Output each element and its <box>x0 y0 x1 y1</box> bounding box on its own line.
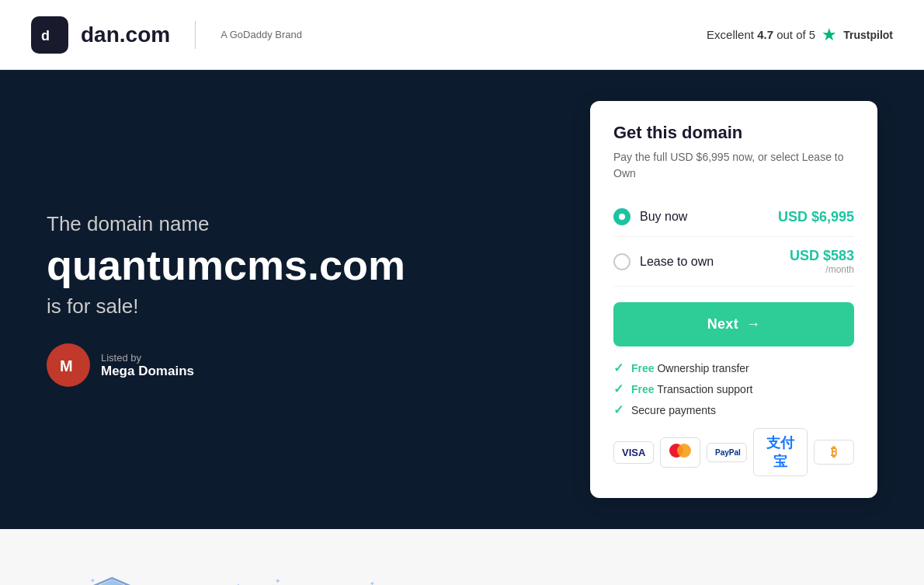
svg-text:M: M <box>60 357 73 374</box>
lister-name: Mega Domains <box>101 364 194 379</box>
feature-fast-easy: ✦ ✦ ✦ Fast & easytransfers <box>224 568 294 585</box>
logo-divider <box>195 21 196 49</box>
buy-now-option[interactable]: Buy now USD $6,995 <box>613 197 854 237</box>
benefits-list: ✓ Free Ownership transfer ✓ Free Transac… <box>613 360 854 417</box>
logo-area: d dan.com A GoDaddy Brand <box>31 16 302 54</box>
lease-label: Lease to own <box>640 255 714 269</box>
check-icon-3: ✓ <box>613 402 624 417</box>
benefit-transaction: ✓ Free Transaction support <box>613 381 854 396</box>
buy-now-left: Buy now <box>613 208 687 225</box>
benefit-secure: ✓ Secure payments <box>613 402 854 417</box>
mastercard-icon <box>660 437 700 468</box>
svg-point-5 <box>677 444 691 458</box>
features-section: ✦ ✦ ✦ Buyer Protectionprogram ✦ <box>0 529 924 585</box>
lease-price: USD $583 <box>790 248 854 264</box>
next-label: Next <box>707 316 738 333</box>
lease-radio[interactable] <box>613 253 630 270</box>
dan-logo-text: dan.com <box>81 23 170 47</box>
creditcard-icon-wrap: ✦ ✦ <box>356 568 426 585</box>
payment-icons-row: VISA PayPal 支付宝 ₿ <box>613 428 854 476</box>
purchase-card: Get this domain Pay the full USD $6,995 … <box>590 101 877 498</box>
lister-label: Listed by <box>101 352 194 364</box>
lease-period: /month <box>790 264 854 275</box>
visa-icon: VISA <box>613 441 654 464</box>
paypal-icon: PayPal <box>707 443 747 462</box>
next-button[interactable]: Next → <box>613 302 854 346</box>
site-header: d dan.com A GoDaddy Brand Excellent 4.7 … <box>0 0 924 70</box>
check-icon-2: ✓ <box>613 381 624 396</box>
hero-content: The domain name quantumcms.com is for sa… <box>47 212 559 387</box>
lease-price-wrap: USD $583 /month <box>790 248 854 275</box>
trustpilot-rating: Excellent 4.7 out of 5 <box>707 28 815 41</box>
benefit-ownership: ✓ Free Ownership transfer <box>613 360 854 375</box>
plane-icon-wrap: ✦ ✦ ✦ <box>224 568 294 585</box>
lister-info: Listed by Mega Domains <box>101 352 194 379</box>
lease-left: Lease to own <box>613 253 714 270</box>
svg-text:✦: ✦ <box>370 580 375 585</box>
benefit1-free: Free Ownership transfer <box>631 362 749 374</box>
shield-icon-wrap: ✦ ✦ ✦ <box>77 568 147 585</box>
card-title: Get this domain <box>613 123 854 143</box>
trustpilot-brand: Trustpilot <box>843 29 893 41</box>
buy-now-price: USD $6,995 <box>778 209 854 225</box>
hero-domain: quantumcms.com <box>47 242 559 288</box>
alipay-icon: 支付宝 <box>753 428 808 476</box>
dan-logo-icon: d <box>31 16 68 54</box>
listed-by-row: M Listed by Mega Domains <box>47 343 559 387</box>
feature-hassle-free: ✦ ✦ Hassle freepayments <box>356 568 426 585</box>
benefit3-text: Secure payments <box>631 404 716 416</box>
hero-subtitle: The domain name <box>47 212 559 236</box>
bitcoin-icon: ₿ <box>814 440 854 465</box>
svg-text:d: d <box>41 28 50 44</box>
godaddy-label: A GoDaddy Brand <box>221 29 302 40</box>
lease-option[interactable]: Lease to own USD $583 /month <box>613 237 854 287</box>
hero-forsale: is for sale! <box>47 294 559 319</box>
feature-buyer-protection: ✦ ✦ ✦ Buyer Protectionprogram <box>62 568 162 585</box>
buy-now-radio[interactable] <box>613 208 630 225</box>
check-icon-1: ✓ <box>613 360 624 375</box>
hero-section: The domain name quantumcms.com is for sa… <box>0 70 924 529</box>
benefit2-free: Free Transaction support <box>631 383 752 395</box>
trustpilot-area: Excellent 4.7 out of 5 ★ Trustpilot <box>707 25 893 45</box>
svg-text:✦: ✦ <box>275 577 281 585</box>
arrow-right-icon: → <box>746 316 760 333</box>
lister-logo-icon: M <box>47 343 90 387</box>
trustpilot-star-icon: ★ <box>822 25 837 45</box>
svg-text:✦: ✦ <box>90 577 96 584</box>
buy-now-label: Buy now <box>640 210 687 224</box>
card-subtitle: Pay the full USD $6,995 now, or select L… <box>613 149 854 182</box>
